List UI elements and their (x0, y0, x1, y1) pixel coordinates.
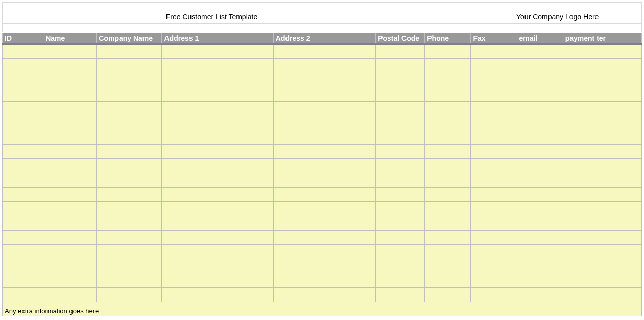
col-payment-terms[interactable]: payment terms (563, 33, 606, 44)
table-cell[interactable] (376, 102, 425, 116)
table-cell[interactable] (606, 73, 641, 87)
table-cell[interactable] (97, 73, 162, 87)
table-cell[interactable] (471, 288, 517, 302)
table-cell[interactable] (563, 73, 606, 87)
table-cell[interactable] (563, 116, 606, 130)
table-cell[interactable] (563, 231, 606, 245)
table-cell[interactable] (97, 259, 162, 273)
table-cell[interactable] (471, 73, 517, 87)
table-cell[interactable] (43, 231, 97, 245)
table-cell[interactable] (606, 245, 641, 259)
table-cell[interactable] (97, 159, 162, 173)
table-cell[interactable] (3, 87, 43, 102)
table-cell[interactable] (563, 202, 606, 216)
table-cell[interactable] (517, 202, 563, 216)
col-address-1[interactable]: Address 1 (162, 33, 273, 44)
table-cell[interactable] (43, 87, 97, 102)
table-cell[interactable] (425, 130, 471, 145)
table-cell[interactable] (606, 116, 641, 130)
table-cell[interactable] (162, 130, 273, 145)
table-cell[interactable] (376, 145, 425, 159)
table-cell[interactable] (471, 202, 517, 216)
table-cell[interactable] (43, 59, 97, 73)
table-cell[interactable] (273, 59, 375, 73)
table-cell[interactable] (43, 102, 97, 116)
table-cell[interactable] (162, 259, 273, 273)
table-cell[interactable] (43, 130, 97, 145)
table-cell[interactable] (606, 87, 641, 102)
table-cell[interactable] (43, 44, 97, 59)
table-cell[interactable] (273, 173, 375, 188)
table-cell[interactable] (425, 159, 471, 173)
table-cell[interactable] (425, 202, 471, 216)
table-cell[interactable] (3, 159, 43, 173)
table-cell[interactable] (43, 116, 97, 130)
table-cell[interactable] (517, 231, 563, 245)
table-cell[interactable] (517, 44, 563, 59)
table-cell[interactable] (97, 245, 162, 259)
col-fax[interactable]: Fax (471, 33, 517, 44)
table-cell[interactable] (471, 59, 517, 73)
table-cell[interactable] (517, 216, 563, 231)
table-cell[interactable] (425, 59, 471, 73)
col-extra[interactable] (606, 33, 641, 44)
table-cell[interactable] (273, 130, 375, 145)
table-cell[interactable] (162, 216, 273, 231)
table-cell[interactable] (43, 73, 97, 87)
table-cell[interactable] (376, 273, 425, 288)
table-cell[interactable] (425, 102, 471, 116)
table-cell[interactable] (43, 245, 97, 259)
col-address-2[interactable]: Address 2 (273, 33, 375, 44)
table-cell[interactable] (606, 159, 641, 173)
table-cell[interactable] (563, 188, 606, 202)
table-cell[interactable] (517, 59, 563, 73)
table-cell[interactable] (43, 273, 97, 288)
table-cell[interactable] (425, 231, 471, 245)
table-cell[interactable] (273, 259, 375, 273)
table-cell[interactable] (97, 288, 162, 302)
col-postal-code[interactable]: Postal Code (376, 33, 425, 44)
table-cell[interactable] (376, 130, 425, 145)
table-cell[interactable] (43, 259, 97, 273)
table-cell[interactable] (425, 259, 471, 273)
table-cell[interactable] (517, 273, 563, 288)
table-cell[interactable] (43, 202, 97, 216)
table-cell[interactable] (563, 273, 606, 288)
table-cell[interactable] (376, 87, 425, 102)
table-cell[interactable] (3, 202, 43, 216)
table-cell[interactable] (97, 116, 162, 130)
col-phone[interactable]: Phone (425, 33, 471, 44)
table-cell[interactable] (97, 173, 162, 188)
table-cell[interactable] (563, 145, 606, 159)
table-cell[interactable] (471, 173, 517, 188)
table-cell[interactable] (563, 216, 606, 231)
table-cell[interactable] (3, 216, 43, 231)
table-cell[interactable] (43, 145, 97, 159)
table-cell[interactable] (376, 73, 425, 87)
table-cell[interactable] (162, 116, 273, 130)
table-cell[interactable] (606, 145, 641, 159)
table-cell[interactable] (273, 288, 375, 302)
table-cell[interactable] (606, 231, 641, 245)
table-cell[interactable] (3, 130, 43, 145)
table-cell[interactable] (3, 102, 43, 116)
table-cell[interactable] (606, 259, 641, 273)
table-cell[interactable] (517, 288, 563, 302)
table-cell[interactable] (376, 188, 425, 202)
footer-note[interactable]: Any extra information goes here (3, 302, 642, 316)
table-cell[interactable] (425, 73, 471, 87)
table-cell[interactable] (97, 145, 162, 159)
table-cell[interactable] (3, 44, 43, 59)
table-cell[interactable] (273, 188, 375, 202)
table-cell[interactable] (606, 288, 641, 302)
table-cell[interactable] (273, 145, 375, 159)
table-cell[interactable] (425, 188, 471, 202)
table-cell[interactable] (162, 245, 273, 259)
table-cell[interactable] (606, 130, 641, 145)
table-cell[interactable] (471, 188, 517, 202)
table-cell[interactable] (97, 44, 162, 59)
table-cell[interactable] (273, 231, 375, 245)
table-cell[interactable] (563, 288, 606, 302)
table-cell[interactable] (471, 159, 517, 173)
table-cell[interactable] (3, 145, 43, 159)
